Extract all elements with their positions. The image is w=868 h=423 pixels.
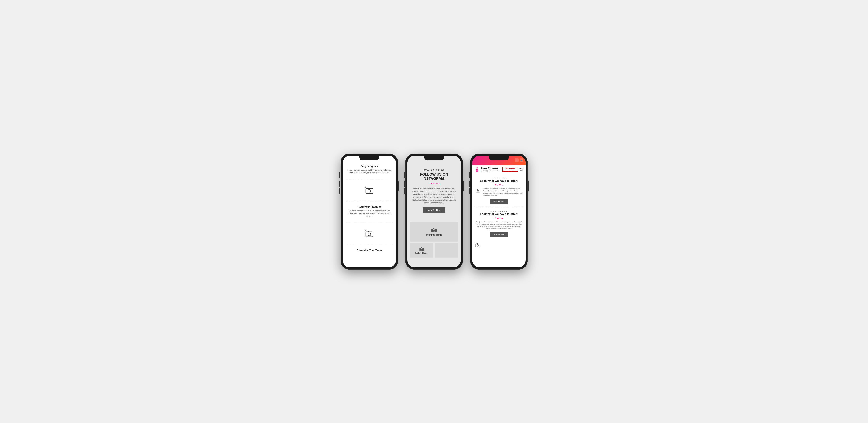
- phone1-heading3: Assemble Your Team: [346, 249, 392, 252]
- p3-wavy-2: [475, 217, 523, 219]
- featured-camera-icon-1: [431, 227, 437, 232]
- phone1-body2: View and manage your to do list, set rem…: [346, 209, 392, 218]
- p3-camera-icon-1: +: [475, 188, 481, 194]
- phone2-cta-button[interactable]: Let's Do This!: [423, 207, 445, 213]
- phone1-heading2: Track Your Progress: [346, 205, 392, 208]
- p3-heading-1: Look what we have to offer!: [475, 179, 523, 182]
- p3-cta-button-1[interactable]: Let's Do This!: [490, 199, 508, 204]
- sign-in-button[interactable]: SIGN IN: [519, 168, 523, 171]
- svg-rect-5: [366, 232, 373, 237]
- p3-cta-button-2[interactable]: Let's Do This!: [490, 232, 508, 237]
- phone-1-content: Set your goals Select your next pageant …: [343, 156, 396, 267]
- svg-point-15: [476, 170, 478, 172]
- svg-point-17: [476, 167, 477, 168]
- p3-wavy-1: [475, 184, 523, 186]
- featured-image-label-2: Featured Image: [415, 252, 429, 254]
- p3-overline-2: STAY IN THE KNOW: [475, 210, 523, 212]
- phone3-section1: STAY IN THE KNOW Look what we have to of…: [475, 177, 523, 204]
- svg-rect-13: [421, 247, 422, 248]
- phone3-nav: Bee Queen DISCOVER YOUR PAGEANT POTENTIA…: [472, 165, 526, 174]
- p3-body-text-1: Cras justo odio, dapibus ac facilisis in…: [483, 188, 523, 197]
- p3-text-col-1: Cras justo odio, dapibus ac facilisis in…: [483, 188, 523, 197]
- svg-point-2: [368, 190, 371, 192]
- facebook-icon[interactable]: f: [515, 159, 519, 162]
- phone2-featured-image-1: Featured Image: [410, 222, 458, 242]
- brand-text: Bee Queen DISCOVER YOUR PAGEANT POTENTIA…: [481, 167, 502, 172]
- phone-2-content: STAY IN THE KNOW FOLLOW US ON INSTAGRAM!…: [407, 156, 461, 267]
- svg-point-6: [368, 233, 371, 236]
- p3-text-col-2: Cras justo odio, dapibus ac facilisis in…: [475, 221, 523, 230]
- wavy-svg-2: [494, 217, 503, 219]
- svg-text:+: +: [365, 186, 366, 189]
- nav-buttons: CREATE FREE ACCOUNT SIGN IN: [502, 167, 523, 172]
- brand-tagline: DISCOVER YOUR PAGEANT POTENTIAL: [481, 170, 502, 172]
- social-icons: f 📷: [515, 159, 523, 162]
- phone1-section1: Set your goals Select your next pageant …: [346, 163, 392, 176]
- instagram-icon[interactable]: 📷: [520, 159, 523, 162]
- phone3-section2: STAY IN THE KNOW Look what we have to of…: [475, 210, 523, 237]
- camera-add-svg-1: +: [364, 186, 374, 194]
- svg-rect-27: [476, 243, 478, 244]
- phone-3: f 📷 Bee Que: [470, 153, 528, 270]
- bottom-camera-svg: +: [475, 242, 480, 247]
- camera-add-svg-2: +: [364, 229, 374, 237]
- phone2-heading: FOLLOW US ON INSTAGRAM!: [411, 172, 457, 180]
- svg-rect-10: [433, 228, 434, 229]
- camera-add-icon-1: +: [346, 182, 392, 198]
- p3-heading-2: Look what we have to offer!: [475, 212, 523, 216]
- bee-queen-svg-icon: [474, 166, 479, 173]
- phone3-bottom-camera: +: [475, 241, 523, 248]
- phone-2-screen: STAY IN THE KNOW FOLLOW US ON INSTAGRAM!…: [407, 156, 461, 267]
- body-camera-svg-1: +: [475, 188, 480, 193]
- svg-point-26: [476, 245, 478, 246]
- svg-rect-23: [477, 189, 478, 190]
- phone-2: STAY IN THE KNOW FOLLOW US ON INSTAGRAM!…: [405, 153, 463, 270]
- brand-logo: Bee Queen DISCOVER YOUR PAGEANT POTENTIA…: [474, 166, 502, 173]
- phone-3-notch: [489, 156, 509, 161]
- phone2-featured-half-1: Featured Image: [410, 243, 433, 258]
- phone2-overline: STAY IN THE KNOW: [411, 169, 457, 171]
- phone2-featured-row: Featured Image: [410, 243, 458, 258]
- p3-overline-1: STAY IN THE KNOW: [475, 177, 523, 179]
- p3-body-row-1: + Cras justo odio, dapibus ac facilisis …: [475, 188, 523, 197]
- wavy-line-svg: [429, 182, 439, 185]
- svg-point-22: [477, 190, 479, 192]
- phone-1-screen: Set your goals Select your next pageant …: [343, 156, 396, 267]
- svg-rect-1: [366, 188, 373, 193]
- p3-divider: [475, 207, 523, 207]
- svg-text:+: +: [475, 242, 476, 244]
- phone2-featured-half-2: [435, 243, 458, 258]
- phones-container: Set your goals Select your next pageant …: [341, 153, 528, 270]
- phone2-top-section: STAY IN THE KNOW FOLLOW US ON INSTAGRAM!…: [407, 162, 461, 220]
- svg-text:+: +: [365, 229, 366, 232]
- phone-1: Set your goals Select your next pageant …: [341, 153, 398, 270]
- phone1-body1: Select your next pageant and Bee Queen p…: [346, 169, 392, 174]
- svg-rect-3: [368, 188, 369, 189]
- phone2-body: Aenean lacinia bibendum nulla sed consec…: [411, 187, 457, 204]
- phone1-heading1: Set your goals: [346, 165, 392, 168]
- wavy-svg-1: [494, 184, 503, 186]
- p3-body-text-2: Cras justo odio, dapibus ac facilisis in…: [475, 221, 523, 230]
- svg-rect-7: [368, 231, 369, 232]
- brand-name: Bee Queen: [481, 167, 502, 170]
- phone-3-screen: f 📷 Bee Que: [472, 156, 526, 267]
- camera-add-icon-2: +: [346, 225, 392, 241]
- featured-camera-icon-2: [419, 247, 424, 251]
- phone-1-notch: [360, 156, 379, 161]
- phone1-section2: Track Your Progress View and manage your…: [346, 204, 392, 219]
- divider4: [346, 244, 392, 244]
- phone1-section3: Assemble Your Team: [346, 247, 392, 255]
- phone3-body: STAY IN THE KNOW Look what we have to of…: [472, 174, 526, 251]
- phone-2-notch: [424, 156, 444, 161]
- phone2-wavy: [411, 182, 457, 185]
- featured-image-label-1: Featured Image: [426, 233, 442, 236]
- create-account-button[interactable]: CREATE FREE ACCOUNT: [502, 167, 518, 172]
- divider1: [346, 179, 392, 179]
